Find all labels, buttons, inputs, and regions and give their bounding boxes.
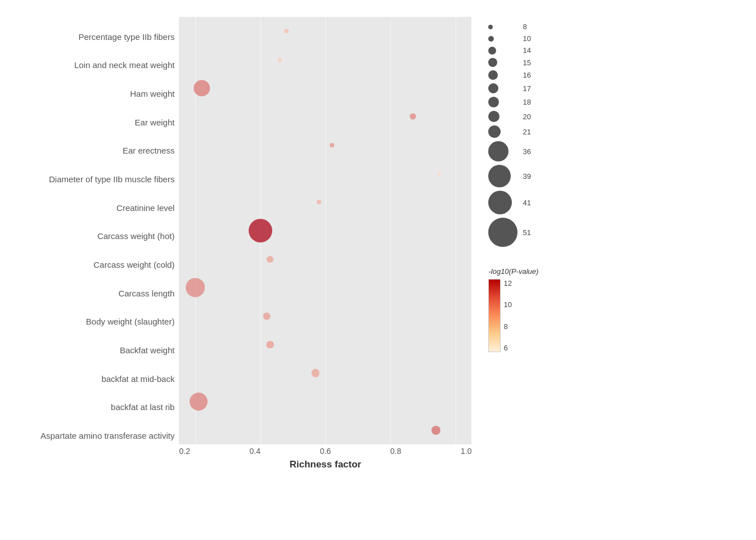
y-label: backfat at last rib	[111, 403, 174, 411]
y-label: Ham weight	[130, 89, 174, 98]
y-label: Percentage type IIb fibers	[79, 33, 175, 41]
grid-line	[325, 17, 326, 444]
size-dot	[488, 70, 498, 80]
y-label: Ear weight	[135, 118, 175, 127]
data-dot	[278, 57, 282, 62]
size-dot-container	[488, 218, 519, 247]
size-legend-label: 17	[523, 84, 530, 93]
size-dot	[488, 125, 501, 138]
legend-area: 8101415161718202136394151 -log10(P-value…	[488, 22, 538, 352]
color-legend-tick: 10	[503, 300, 511, 309]
size-dot-container	[488, 165, 519, 187]
size-legend-item: 15	[488, 58, 530, 67]
size-dot	[488, 36, 494, 42]
x-tick: 0.4	[250, 447, 260, 456]
plot-area-wrapper: 0.20.40.60.81.0 Richness factor	[179, 17, 471, 470]
size-dot	[488, 25, 493, 29]
y-axis-labels: Percentage type IIb fibersLoin and neck …	[40, 22, 179, 450]
data-dot	[312, 369, 320, 377]
size-dot-container	[488, 141, 519, 161]
x-tick: 0.2	[179, 447, 190, 456]
size-dot-container	[488, 125, 519, 138]
x-tick: 1.0	[461, 447, 471, 456]
x-axis-title: Richness factor	[290, 459, 362, 470]
color-bar-wrapper: 121086	[488, 279, 511, 352]
size-legend-label: 41	[523, 199, 530, 207]
size-dot-container	[488, 191, 519, 214]
size-dot	[488, 97, 499, 107]
y-label: backfat at mid-back	[101, 375, 174, 383]
size-dot	[488, 47, 496, 55]
size-dot	[488, 58, 497, 67]
size-legend-item: 51	[488, 218, 530, 247]
data-dot	[317, 200, 321, 204]
y-label: Loin and neck meat weight	[74, 61, 174, 69]
grid-line	[195, 17, 196, 444]
x-ticks: 0.20.40.60.81.0	[179, 444, 471, 457]
size-legend-label: 51	[523, 228, 530, 237]
y-label: Carcass weight (hot)	[97, 232, 175, 240]
color-ticks: 121086	[503, 279, 511, 352]
y-label: Creatinine level	[116, 204, 174, 212]
data-dot	[431, 426, 440, 435]
size-legend-label: 16	[523, 71, 530, 79]
x-tick: 0.8	[390, 447, 401, 456]
size-dot-container	[488, 25, 519, 29]
size-legend: 8101415161718202136394151	[488, 22, 538, 250]
data-dot	[438, 172, 441, 176]
size-dot-container	[488, 83, 519, 93]
size-legend-label: 15	[523, 58, 530, 67]
size-legend-label: 8	[523, 22, 526, 31]
size-legend-item: 20	[488, 111, 530, 122]
size-legend-label: 18	[523, 98, 530, 106]
size-legend-label: 21	[523, 128, 530, 136]
size-legend-label: 36	[523, 147, 530, 156]
color-gradient-bar	[488, 279, 501, 352]
y-label: Backfat weight	[120, 346, 175, 354]
size-dot	[488, 191, 512, 214]
size-dot-container	[488, 36, 519, 42]
data-dot	[186, 278, 205, 298]
x-tick: 0.6	[320, 447, 331, 456]
size-dot	[488, 165, 511, 187]
color-legend: -log10(P-value) 121086	[488, 267, 538, 352]
size-legend-label: 20	[523, 112, 530, 121]
size-dot	[488, 111, 500, 122]
size-dot-container	[488, 58, 519, 67]
size-legend-item: 18	[488, 97, 530, 107]
size-dot-container	[488, 97, 519, 107]
color-legend-tick: 8	[503, 322, 511, 331]
plot-area	[179, 17, 471, 444]
size-legend-item: 8	[488, 22, 526, 31]
size-legend-item: 41	[488, 191, 530, 214]
color-legend-tick: 12	[503, 279, 511, 287]
data-dot	[284, 29, 289, 33]
size-dot-container	[488, 70, 519, 80]
size-legend-item: 21	[488, 125, 530, 138]
size-dot	[488, 141, 508, 161]
size-legend-label: 14	[523, 46, 530, 55]
y-label: Ear erectness	[123, 146, 175, 155]
color-legend-title: -log10(P-value)	[488, 267, 538, 276]
data-dot	[267, 256, 273, 263]
size-legend-item: 14	[488, 46, 530, 55]
y-label: Carcass weight (cold)	[93, 260, 174, 269]
y-label: Aspartate amino transferase activity	[40, 431, 174, 440]
data-dot	[330, 143, 334, 147]
size-legend-item: 17	[488, 83, 530, 93]
y-label: Diameter of type IIb muscle fibers	[49, 175, 174, 183]
data-dot	[266, 341, 274, 349]
grid-line	[390, 17, 391, 444]
size-legend-item: 10	[488, 34, 530, 43]
y-label: Body weight (slaughter)	[86, 317, 175, 326]
size-legend-label: 10	[523, 34, 530, 43]
size-legend-label: 39	[523, 172, 530, 181]
color-legend-tick: 6	[503, 344, 511, 352]
data-dot	[190, 393, 208, 411]
size-legend-item: 16	[488, 70, 530, 80]
size-legend-item: 39	[488, 165, 530, 187]
grid-line	[456, 17, 456, 444]
data-dot	[410, 114, 416, 120]
data-dot	[249, 219, 272, 242]
data-dot	[194, 80, 210, 96]
